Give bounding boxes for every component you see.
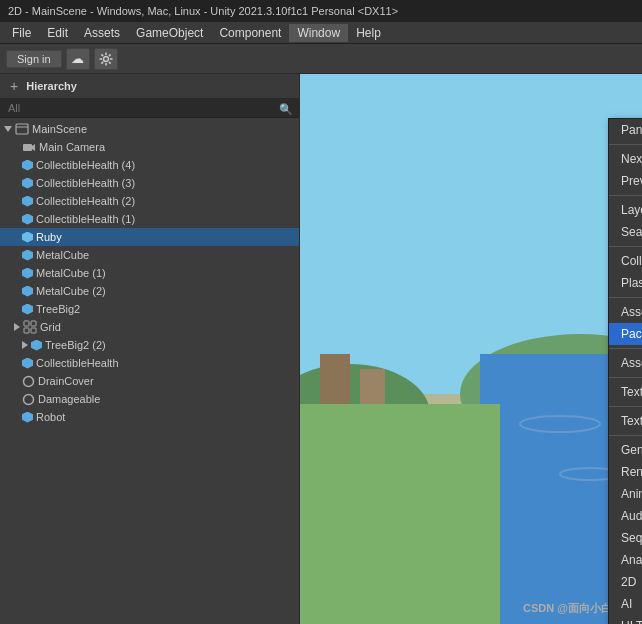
scene-svg <box>300 74 642 624</box>
tree-item-metalcube2[interactable]: MetalCube (2) <box>0 282 299 300</box>
menu-item-text[interactable]: Text › <box>609 381 642 403</box>
menu-item-label: Sequencing <box>621 531 642 545</box>
tree-item-robot[interactable]: Robot <box>0 408 299 426</box>
menu-item-animation[interactable]: Animation › <box>609 483 642 505</box>
svg-rect-13 <box>24 321 29 326</box>
cube-icon <box>22 178 33 189</box>
tree-item-label: DrainCover <box>38 375 94 387</box>
cloud-button[interactable]: ☁ <box>66 48 90 70</box>
tree-item-metalcube[interactable]: MetalCube <box>0 246 299 264</box>
menu-assets[interactable]: Assets <box>76 24 128 42</box>
cube-icon <box>22 358 33 369</box>
menu-item-package-manager[interactable]: Package Manager <box>609 323 642 345</box>
tree-item-draincover[interactable]: DrainCover <box>0 372 299 390</box>
tree-item-label: MetalCube (2) <box>36 285 106 297</box>
menu-item-rendering[interactable]: Rendering › <box>609 461 642 483</box>
menu-item-label: Animation <box>621 487 642 501</box>
tree-item-label: MainScene <box>32 123 87 135</box>
damageable-icon <box>22 393 35 406</box>
hierarchy-search-container: 🔍 <box>0 99 299 118</box>
menu-item-asset-management[interactable]: Asset Management › <box>609 352 642 374</box>
menu-item-label: UI Toolkit <box>621 619 642 624</box>
tree-item-label: CollectibleHealth <box>36 357 119 369</box>
menu-item-asset-store[interactable]: Asset Store <box>609 301 642 323</box>
svg-rect-27 <box>360 369 385 404</box>
camera-icon <box>22 142 36 153</box>
svg-rect-25 <box>300 404 500 624</box>
svg-line-8 <box>101 61 103 63</box>
settings-button[interactable] <box>94 48 118 70</box>
cube-icon <box>22 412 33 423</box>
toolbar: Sign in ☁ <box>0 44 642 74</box>
main-area: + Hierarchy 🔍 MainScene <box>0 74 642 624</box>
tree-item-treebig2[interactable]: TreeBig2 <box>0 300 299 318</box>
expand-icon <box>4 126 12 132</box>
menu-item-search[interactable]: Search › <box>609 221 642 243</box>
window-menu: Panels › Next Window Ctrl+Tab Previous W… <box>608 118 642 624</box>
divider <box>609 297 642 298</box>
hierarchy-tree: MainScene Main Camera CollectibleHealth … <box>0 118 299 624</box>
hierarchy-add-button[interactable]: + <box>8 78 20 94</box>
signin-button[interactable]: Sign in <box>6 50 62 68</box>
menu-item-collaborate[interactable]: Collaborate <box>609 250 642 272</box>
svg-line-6 <box>109 61 111 63</box>
tree-item-maincamera[interactable]: Main Camera <box>0 138 299 156</box>
gear-icon <box>99 52 113 66</box>
grid-icon <box>23 320 37 334</box>
menu-item-2d[interactable]: 2D › <box>609 571 642 593</box>
circle-icon <box>22 375 35 388</box>
menu-edit[interactable]: Edit <box>39 24 76 42</box>
hierarchy-search-input[interactable] <box>0 99 299 118</box>
cube-icon <box>31 340 42 351</box>
menu-component[interactable]: Component <box>211 24 289 42</box>
menu-item-panels[interactable]: Panels › <box>609 119 642 141</box>
tree-item-label: MetalCube <box>36 249 89 261</box>
tree-item-ch2[interactable]: CollectibleHealth (2) <box>0 192 299 210</box>
menu-item-layouts[interactable]: Layouts › <box>609 199 642 221</box>
title-bar: 2D - MainScene - Windows, Mac, Linux - U… <box>0 0 642 22</box>
svg-point-0 <box>103 56 108 61</box>
svg-point-17 <box>24 376 34 386</box>
menu-item-textmeshpro[interactable]: TextMeshPro › <box>609 410 642 432</box>
menu-item-sequencing[interactable]: Sequencing › <box>609 527 642 549</box>
tree-item-ch4[interactable]: CollectibleHealth (4) <box>0 156 299 174</box>
cube-icon <box>22 196 33 207</box>
menu-item-label: Plastic SCM <box>621 276 642 290</box>
menu-item-label: Rendering <box>621 465 642 479</box>
tree-item-treebig22[interactable]: TreeBig2 (2) <box>0 336 299 354</box>
scene-background <box>300 74 642 624</box>
menu-item-plastic-scm[interactable]: Plastic SCM <box>609 272 642 294</box>
divider <box>609 144 642 145</box>
menu-gameobject[interactable]: GameObject <box>128 24 211 42</box>
tree-item-ch3[interactable]: CollectibleHealth (3) <box>0 174 299 192</box>
tree-item-collectiblehealth[interactable]: CollectibleHealth <box>0 354 299 372</box>
menu-window[interactable]: Window <box>289 24 348 42</box>
divider <box>609 377 642 378</box>
menu-item-general[interactable]: General › <box>609 439 642 461</box>
menu-item-next-window[interactable]: Next Window Ctrl+Tab <box>609 148 642 170</box>
expand-icon <box>14 323 20 331</box>
tree-item-ch1[interactable]: CollectibleHealth (1) <box>0 210 299 228</box>
tree-item-ruby[interactable]: Ruby <box>0 228 299 246</box>
tree-item-label: CollectibleHealth (1) <box>36 213 135 225</box>
hierarchy-header: + Hierarchy <box>0 74 299 99</box>
svg-point-18 <box>24 394 34 404</box>
menu-item-label: Text <box>621 385 642 399</box>
tree-item-damageable[interactable]: Damageable <box>0 390 299 408</box>
expand-icon <box>22 341 28 349</box>
menu-item-prev-window[interactable]: Previous Window Ctrl+Shift+Tab <box>609 170 642 192</box>
menu-item-label: Search <box>621 225 642 239</box>
tree-item-metalcube1[interactable]: MetalCube (1) <box>0 264 299 282</box>
tree-item-grid[interactable]: Grid <box>0 318 299 336</box>
tree-item-mainscene[interactable]: MainScene <box>0 120 299 138</box>
divider <box>609 195 642 196</box>
menu-item-audio[interactable]: Audio › <box>609 505 642 527</box>
scene-icon <box>15 122 29 136</box>
tree-item-label: Grid <box>40 321 61 333</box>
menu-file[interactable]: File <box>4 24 39 42</box>
menu-help[interactable]: Help <box>348 24 389 42</box>
svg-rect-26 <box>320 354 350 404</box>
menu-item-ui-toolkit[interactable]: UI Toolkit › <box>609 615 642 624</box>
menu-item-ai[interactable]: AI › <box>609 593 642 615</box>
menu-item-analysis[interactable]: Analysis › <box>609 549 642 571</box>
